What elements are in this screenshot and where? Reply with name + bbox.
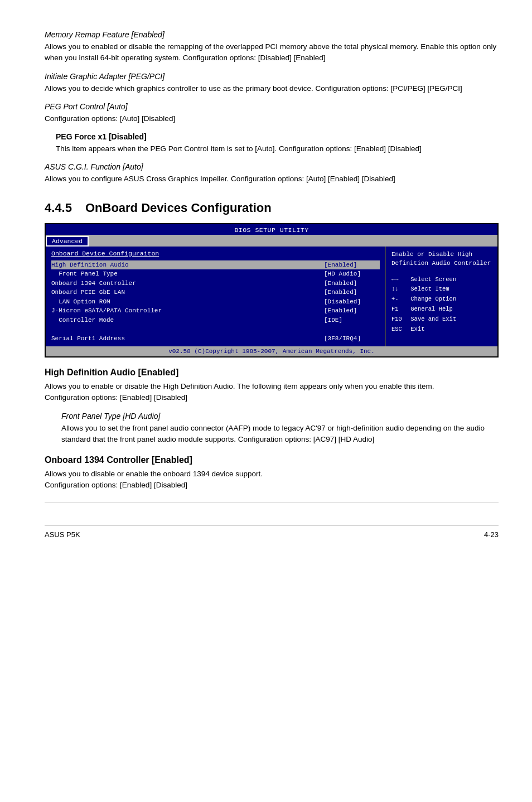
bios-key-5: ESC Exit bbox=[391, 325, 492, 335]
bios-right-panel: Enable or Disable High Definition Audio … bbox=[386, 247, 497, 347]
peg-force-heading: PEG Force x1 [Disabled] bbox=[45, 132, 499, 141]
bios-row-4-label: LAN Option ROM bbox=[51, 297, 324, 307]
bios-row-1-label: Front Panel Type bbox=[51, 269, 324, 279]
bios-row-3-value: [Enabled] bbox=[324, 288, 380, 297]
section-title: 4.4.5OnBoard Devices Configuration bbox=[45, 201, 499, 215]
bios-row-6[interactable]: Controller Mode [IDE] bbox=[51, 316, 380, 325]
bios-key-1: ↕↓ Select Item bbox=[391, 284, 492, 294]
peg-port-desc: Configuration options: [Auto] [Disabled] bbox=[45, 113, 499, 124]
bios-row-3[interactable]: Onboard PCIE GbE LAN [Enabled] bbox=[51, 288, 380, 297]
bios-help-text: Enable or Disable High Definition Audio … bbox=[391, 250, 492, 268]
footer-right: 4-23 bbox=[484, 530, 499, 539]
bios-row-4[interactable]: LAN Option ROM [Disabled] bbox=[51, 297, 380, 307]
bios-main-panel: Onboard Device Configuraiton High Defini… bbox=[46, 247, 497, 347]
bios-row-5[interactable]: J-Micron eSATA/PATA Controller [Enabled] bbox=[51, 306, 380, 316]
hd-audio-desc: Allows you to enable or disable the High… bbox=[45, 381, 499, 404]
bios-row-3-label: Onboard PCIE GbE LAN bbox=[51, 288, 324, 297]
bios-row-7-label: Serial Port1 Address bbox=[51, 334, 324, 344]
initiate-graphic-desc: Allows you to decide which graphics cont… bbox=[45, 83, 499, 94]
bios-row-4-value: [Disabled] bbox=[324, 297, 380, 307]
bios-key-legend: ←→ Select Screen ↕↓ Select Item +- Chang… bbox=[391, 275, 492, 335]
hd-audio-heading: High Definition Audio [Enabled] bbox=[45, 368, 499, 378]
bios-tab-bar: Advanced bbox=[46, 235, 497, 247]
page-content: Memory Remap Feature [Enabled] Allows yo… bbox=[45, 30, 499, 539]
bios-left-panel: Onboard Device Configuraiton High Defini… bbox=[46, 247, 386, 347]
page-footer-rule bbox=[45, 503, 499, 503]
page-footer: ASUS P5K 4-23 bbox=[45, 525, 499, 539]
asus-cgi-heading: ASUS C.G.I. Function [Auto] bbox=[45, 162, 499, 171]
memory-remap-desc: Allows you to enabled or disable the rem… bbox=[45, 41, 499, 64]
bios-footer: v02.58 (C)Copyright 1985-2007, American … bbox=[46, 346, 497, 356]
bios-key-3: F1 General Help bbox=[391, 305, 492, 315]
bios-screenshot: BIOS SETUP UTILITY Advanced Onboard Devi… bbox=[45, 223, 499, 358]
bios-row-6-value: [IDE] bbox=[324, 316, 380, 325]
bios-row-0-label: High Definition Audio bbox=[51, 260, 324, 270]
bios-title: BIOS SETUP UTILITY bbox=[46, 224, 497, 235]
bios-row-7-value: [3F8/IRQ4] bbox=[324, 334, 380, 344]
bios-row-0-value: [Enabled] bbox=[324, 260, 380, 270]
bios-row-7[interactable]: Serial Port1 Address [3F8/IRQ4] bbox=[51, 334, 380, 344]
footer-left: ASUS P5K bbox=[45, 530, 80, 539]
bios-row-6-label: Controller Mode bbox=[51, 316, 324, 325]
bios-row-1[interactable]: Front Panel Type [HD Audio] bbox=[51, 269, 380, 279]
peg-force-desc: This item appears when the PEG Port Cont… bbox=[45, 143, 499, 154]
asus-cgi-desc: Allows you to configure ASUS Cross Graph… bbox=[45, 173, 499, 185]
bios-key-2: +- Change Option bbox=[391, 294, 492, 305]
bios-row-5-label: J-Micron eSATA/PATA Controller bbox=[51, 306, 324, 316]
bios-row-2-value: [Enabled] bbox=[324, 279, 380, 288]
bios-row-spacer bbox=[51, 325, 380, 334]
onboard-1394-desc: Allows you to disable or enable the onbo… bbox=[45, 468, 499, 491]
memory-remap-heading: Memory Remap Feature [Enabled] bbox=[45, 30, 499, 39]
onboard-1394-heading: Onboard 1394 Controller [Enabled] bbox=[45, 455, 499, 465]
bios-row-1-value: [HD Audio] bbox=[324, 269, 380, 279]
bios-panel-label: Onboard Device Configuraiton bbox=[51, 250, 380, 257]
bios-row-0[interactable]: High Definition Audio [Enabled] bbox=[51, 260, 380, 270]
bios-tab-advanced[interactable]: Advanced bbox=[46, 236, 89, 247]
peg-port-heading: PEG Port Control [Auto] bbox=[45, 102, 499, 111]
front-panel-heading: Front Panel Type [HD Audio] bbox=[61, 412, 499, 421]
bios-row-2[interactable]: Onboard 1394 Controller [Enabled] bbox=[51, 279, 380, 288]
bios-row-2-label: Onboard 1394 Controller bbox=[51, 279, 324, 288]
bios-key-4: F10 Save and Exit bbox=[391, 315, 492, 325]
bios-row-5-value: [Enabled] bbox=[324, 306, 380, 316]
front-panel-desc: Allows you to set the front panel audio … bbox=[61, 423, 499, 446]
bios-key-0: ←→ Select Screen bbox=[391, 275, 492, 285]
initiate-graphic-heading: Initiate Graphic Adapter [PEG/PCI] bbox=[45, 72, 499, 81]
